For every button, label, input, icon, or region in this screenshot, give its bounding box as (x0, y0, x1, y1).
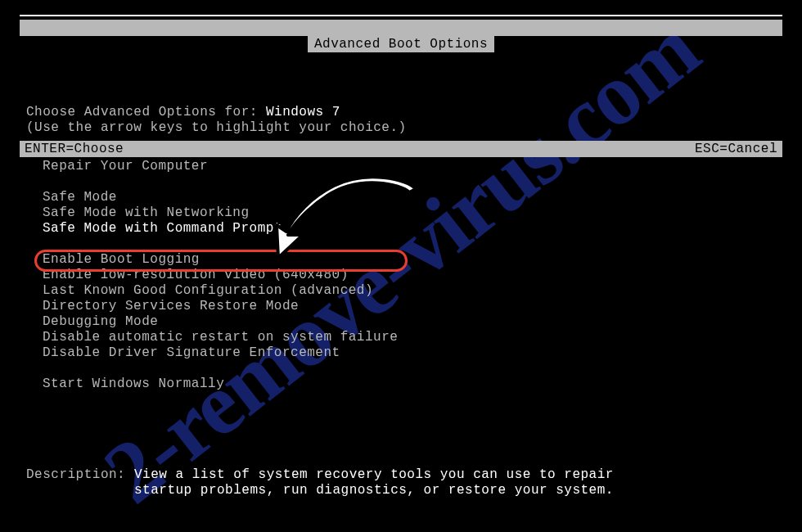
footer-enter-label: ENTER=Choose (25, 142, 124, 156)
page-title: Advanced Boot Options (308, 36, 494, 52)
boot-menu-item[interactable]: Directory Services Restore Mode (43, 299, 398, 314)
boot-menu-item[interactable]: Enable low-resolution video (640x480) (43, 268, 398, 283)
boot-menu-item[interactable]: Safe Mode (43, 190, 398, 205)
description-block: Description: View a list of system recov… (26, 467, 614, 498)
menu-spacer (43, 237, 398, 252)
boot-menu-item[interactable]: Start Windows Normally (43, 376, 398, 392)
description-label: Description: (26, 467, 134, 482)
choose-line: Choose Advanced Options for: Windows 7 (26, 105, 340, 120)
choose-prefix: Choose Advanced Options for: (26, 105, 266, 119)
boot-menu-item[interactable]: Repair Your Computer (43, 159, 398, 174)
menu-spacer (43, 174, 398, 190)
boot-menu-item[interactable]: Disable automatic restart on system fail… (43, 330, 398, 345)
boot-menu-item[interactable]: Enable Boot Logging (43, 252, 398, 268)
os-name: Windows 7 (266, 105, 340, 119)
boot-menu-item[interactable]: Safe Mode with Command Prompt (43, 221, 398, 237)
description-text: View a list of system recovery tools you… (134, 467, 614, 498)
hint-line: (Use the arrow keys to highlight your ch… (26, 120, 407, 136)
boot-menu-item[interactable]: Debugging Mode (43, 314, 398, 330)
menu-spacer (43, 361, 398, 376)
footer-bar: ENTER=Choose ESC=Cancel (20, 141, 782, 157)
title-bar (20, 20, 782, 36)
boot-menu-item[interactable]: Disable Driver Signature Enforcement (43, 345, 398, 361)
boot-menu[interactable]: Repair Your ComputerSafe ModeSafe Mode w… (43, 159, 398, 392)
boot-menu-item[interactable]: Last Known Good Configuration (advanced) (43, 283, 398, 299)
footer-esc-label: ESC=Cancel (695, 142, 777, 156)
page-title-wrap: Advanced Boot Options (0, 36, 802, 52)
boot-menu-item[interactable]: Safe Mode with Networking (43, 205, 398, 221)
